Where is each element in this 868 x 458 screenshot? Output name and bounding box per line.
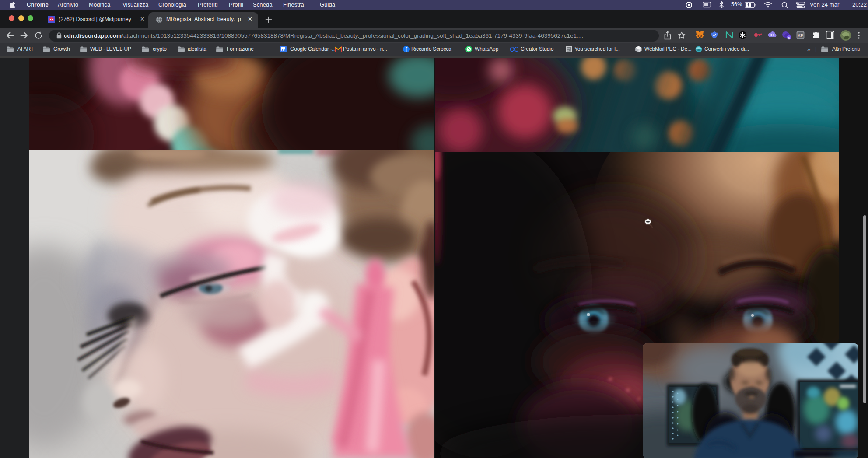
svg-text:5: 5 bbox=[788, 36, 790, 39]
svg-text:KP: KP bbox=[798, 33, 803, 38]
svg-text:31: 31 bbox=[281, 48, 285, 52]
